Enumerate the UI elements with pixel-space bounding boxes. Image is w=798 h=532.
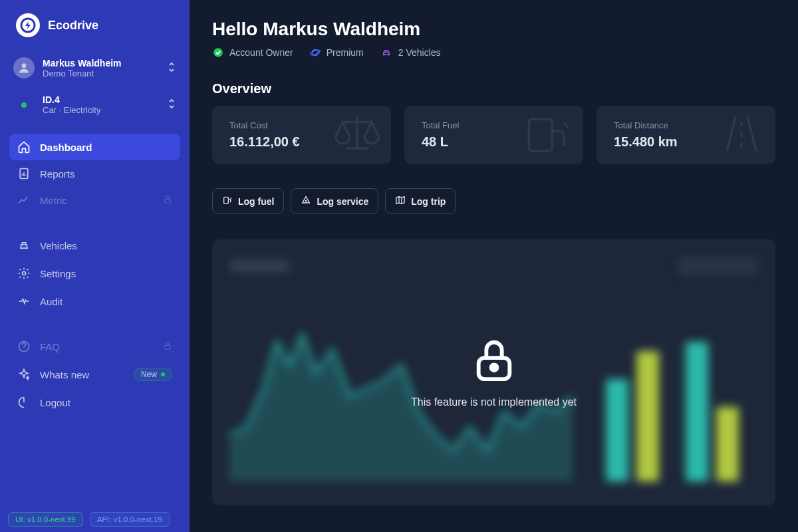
check-circle-icon xyxy=(212,47,224,59)
app-name: Ecodrive xyxy=(48,19,98,33)
ui-version: UI: v1.0.0-next.99 xyxy=(8,512,83,527)
card-total-distance: Total Distance 15.480 km xyxy=(597,106,775,164)
chevron-up-down-icon xyxy=(167,98,176,112)
lock-icon xyxy=(163,341,172,352)
tenant-name: Demo Tenant xyxy=(43,68,159,78)
vehicle-sub: Car · Electricity xyxy=(43,105,159,115)
car-icon xyxy=(17,239,31,252)
nav-label: Reports xyxy=(40,168,172,180)
nav-label: FAQ xyxy=(40,341,154,352)
sidebar-item-logout[interactable]: Logout xyxy=(9,389,180,416)
api-version: API: v1.0.0-next.19 xyxy=(90,512,170,527)
sparkle-icon xyxy=(17,368,31,381)
nav-label: Dashboard xyxy=(40,142,172,153)
chevron-up-down-icon xyxy=(167,61,176,75)
fuel-pump-icon xyxy=(519,110,579,160)
card-total-fuel: Total Fuel 48 L xyxy=(404,106,583,164)
lock-icon xyxy=(163,195,172,206)
user-name: Markus Waldheim xyxy=(43,58,159,68)
svg-point-12 xyxy=(306,201,307,201)
svg-point-4 xyxy=(23,272,26,275)
svg-point-9 xyxy=(310,49,321,57)
sidebar-item-vehicles[interactable]: Vehicles xyxy=(9,232,180,259)
nav-label: Metric xyxy=(40,195,154,206)
road-icon xyxy=(712,110,771,160)
nav-label: Settings xyxy=(40,268,172,279)
locked-statistics-panel: This feature is not implemented yet xyxy=(212,239,775,505)
scales-icon xyxy=(327,110,387,160)
log-service-button[interactable]: Log service xyxy=(291,188,378,214)
locked-message: This feature is not implemented yet xyxy=(411,396,577,408)
new-badge: New xyxy=(134,368,172,381)
log-trip-button[interactable]: Log trip xyxy=(385,188,456,214)
vehicle-selector[interactable]: ID.4 Car · Electricity xyxy=(0,88,190,122)
lightning-icon xyxy=(16,13,40,37)
version-bar: UI: v1.0.0-next.99 API: v1.0.0-next.19 xyxy=(8,512,170,527)
sidebar-item-reports[interactable]: Reports xyxy=(9,160,180,187)
sidebar: Ecodrive Markus Waldheim Demo Tenant ID.… xyxy=(0,0,190,532)
locked-overlay: This feature is not implemented yet xyxy=(212,239,775,505)
service-icon xyxy=(301,195,311,207)
faq-icon xyxy=(17,340,31,353)
report-icon xyxy=(17,167,31,180)
svg-point-14 xyxy=(491,364,497,370)
badge-owner: Account Owner xyxy=(212,47,293,59)
planet-icon xyxy=(309,47,321,59)
svg-point-1 xyxy=(22,63,27,68)
nav-label: Logout xyxy=(40,397,172,408)
sidebar-item-audit[interactable]: Audit xyxy=(9,288,180,315)
car-icon xyxy=(380,47,393,59)
map-icon xyxy=(395,195,406,207)
badge-premium: Premium xyxy=(309,47,364,59)
svg-rect-3 xyxy=(165,199,170,203)
fuel-pump-icon xyxy=(222,195,233,207)
svg-rect-6 xyxy=(165,345,170,349)
badge-vehicles: 2 Vehicles xyxy=(380,47,441,59)
metric-icon xyxy=(17,194,31,207)
page-title: Hello Markus Waldheim xyxy=(212,19,775,40)
status-badges: Account Owner Premium 2 Vehicles xyxy=(212,47,775,59)
avatar-icon xyxy=(13,57,35,78)
main-content: Hello Markus Waldheim Account Owner Prem… xyxy=(190,0,798,532)
sidebar-item-dashboard[interactable]: Dashboard xyxy=(9,134,180,160)
nav-label: Whats new xyxy=(40,369,124,380)
dot-icon xyxy=(161,372,165,376)
user-selector[interactable]: Markus Waldheim Demo Tenant xyxy=(0,51,190,85)
status-dot-icon xyxy=(21,102,27,108)
sidebar-item-whatsnew[interactable]: Whats new New xyxy=(9,361,180,388)
log-fuel-button[interactable]: Log fuel xyxy=(212,188,284,214)
svg-rect-10 xyxy=(529,119,552,151)
sidebar-item-faq: FAQ xyxy=(9,333,180,360)
sidebar-item-settings[interactable]: Settings xyxy=(9,260,180,287)
audit-icon xyxy=(17,295,31,308)
nav-label: Vehicles xyxy=(40,240,172,251)
app-logo[interactable]: Ecodrive xyxy=(0,0,190,51)
sidebar-item-metric: Metric xyxy=(9,187,180,213)
gear-icon xyxy=(17,267,31,280)
svg-rect-11 xyxy=(224,197,229,203)
vehicle-name: ID.4 xyxy=(43,94,159,105)
home-icon xyxy=(17,140,31,154)
nav-label: Audit xyxy=(40,296,172,307)
card-total-cost: Total Cost 16.112,00 € xyxy=(212,106,391,164)
lock-icon xyxy=(471,336,517,386)
section-title-overview: Overview xyxy=(212,81,775,96)
logout-icon xyxy=(17,396,31,409)
